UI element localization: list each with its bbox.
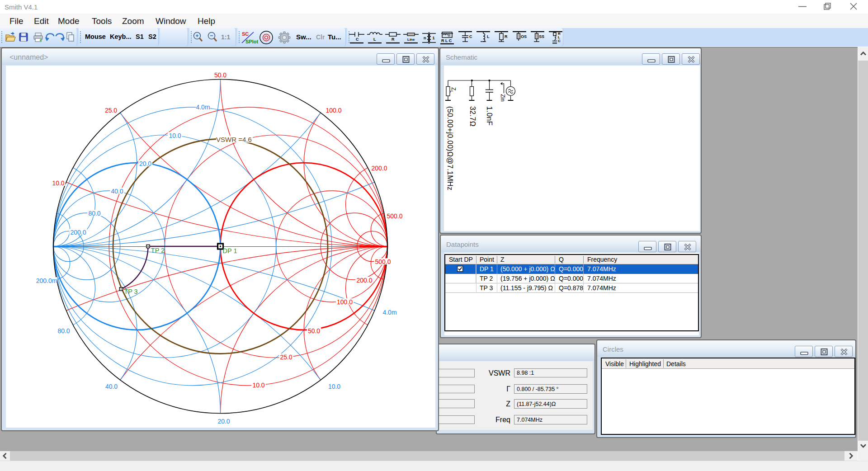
svg-text:Line: Line [407,38,415,42]
svg-text:Zin: Zin [500,94,506,102]
svg-text:C: C [469,34,472,39]
svg-text:C: C [356,37,359,42]
svg-text:n: n [424,36,426,40]
svg-text:DP 1: DP 1 [223,247,237,254]
svg-text:50.0: 50.0 [214,71,226,79]
svg-text:1: 1 [433,36,435,40]
svg-text:40.0: 40.0 [111,188,123,195]
svg-text:200.0: 200.0 [70,229,86,236]
svg-text:40.0: 40.0 [105,383,118,390]
svg-text:R: R [392,37,395,42]
svg-text:L: L [487,34,490,39]
svg-text:500.0: 500.0 [387,212,402,220]
svg-text:25.0: 25.0 [105,107,117,114]
svg-text:(50.00+j0.00)Ω@7.1MHz: (50.00+j0.00)Ω@7.1MHz [446,106,454,190]
svg-text:50.0: 50.0 [308,327,320,334]
svg-text:SPlot: SPlot [245,39,258,44]
svg-text:R: R [505,34,508,39]
svg-text:ZL: ZL [449,87,457,93]
svg-text:10.0: 10.0 [169,132,181,139]
svg-text:OS: OS [521,34,527,39]
svg-text:TP 3: TP 3 [124,288,137,295]
svg-text:L: L [373,37,376,42]
svg-text:1.0nF: 1.0nF [486,106,493,126]
svg-text:VSWR =4.6: VSWR =4.6 [216,136,252,143]
svg-text:200.0m: 200.0m [36,277,57,284]
svg-text:25.0: 25.0 [280,353,292,361]
svg-text:TP 2: TP 2 [151,247,165,254]
svg-text:80.0: 80.0 [88,210,100,217]
svg-text:10.0: 10.0 [52,179,64,187]
svg-text:100.0: 100.0 [326,107,341,114]
svg-text:10.0: 10.0 [328,383,340,390]
svg-text:20.0: 20.0 [139,160,151,167]
svg-text:80.0: 80.0 [57,327,70,334]
svg-text:100.0: 100.0 [337,298,353,306]
svg-text:R L C: R L C [441,38,452,43]
svg-text:SC: SC [242,31,249,37]
svg-text:4.0m: 4.0m [382,309,396,316]
svg-text:200.0: 200.0 [356,277,372,284]
svg-text:SS: SS [539,34,544,39]
svg-text:32.7Ω: 32.7Ω [469,106,476,127]
svg-text:200.0: 200.0 [371,165,387,172]
svg-text:500.0: 500.0 [375,258,391,265]
svg-text:4.0m: 4.0m [196,104,210,111]
svg-text:20.0: 20.0 [217,418,230,425]
svg-text:10.0: 10.0 [252,382,264,389]
svg-text:C: C [558,39,561,43]
